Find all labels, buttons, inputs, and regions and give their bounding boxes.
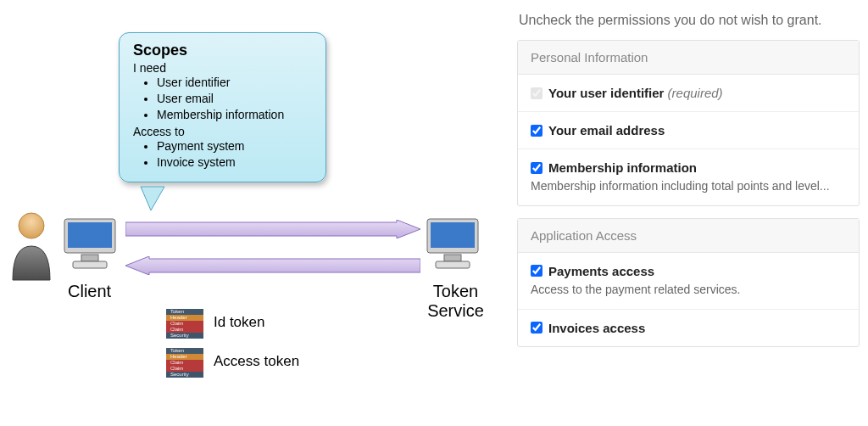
svg-rect-8: [444, 255, 461, 261]
user-icon: [8, 207, 54, 282]
svg-marker-11: [125, 256, 420, 275]
oauth-scope-diagram: Scopes I need User identifier User email…: [0, 0, 496, 426]
response-arrow-icon: [125, 256, 420, 275]
permission-label: Your email address: [548, 123, 665, 137]
permission-checkbox-email[interactable]: [531, 125, 542, 137]
callout-title: Scopes: [133, 42, 312, 59]
callout-access-label: Access to: [133, 125, 312, 138]
id-token-label: Id token: [214, 314, 265, 331]
permission-label: Invoices access: [548, 321, 645, 335]
permissions-panel: Uncheck the permissions you do not wish …: [517, 0, 860, 359]
permission-item: Your user identifier (required): [518, 75, 859, 112]
group-title: Application Access: [518, 219, 859, 253]
request-arrow-icon: [125, 220, 420, 238]
permission-checkbox-user-identifier: [531, 87, 542, 99]
access-token-icon: Token Header Claim Claim Security: [166, 348, 203, 377]
permission-checkbox-payments[interactable]: [531, 265, 542, 277]
permission-label: Payments access: [548, 264, 654, 278]
callout-access-item: Invoice system: [157, 154, 312, 171]
svg-rect-9: [436, 261, 470, 268]
svg-rect-5: [73, 261, 107, 268]
callout-need-item: User email: [157, 91, 312, 107]
svg-rect-7: [431, 222, 475, 248]
scopes-callout: Scopes I need User identifier User email…: [119, 32, 326, 182]
svg-rect-4: [81, 255, 98, 261]
client-label: Client: [68, 282, 111, 301]
svg-marker-10: [125, 220, 420, 238]
client-computer-icon: [61, 217, 119, 272]
permission-checkbox-invoices[interactable]: [531, 322, 542, 334]
permission-item: Your email address: [518, 112, 859, 149]
id-token-icon: Token Header Claim Claim Security: [166, 309, 203, 338]
token-service-label: Token Service: [424, 282, 487, 321]
callout-need-label: I need: [133, 61, 312, 75]
callout-access-list: Payment system Invoice system: [157, 138, 312, 171]
svg-marker-0: [141, 187, 164, 210]
access-token-label: Access token: [214, 353, 299, 370]
permission-checkbox-membership[interactable]: [531, 162, 542, 174]
permission-description: Access to the payment related services.: [531, 282, 846, 298]
permission-required: (required): [664, 86, 722, 100]
permission-label: Membership information: [548, 160, 697, 175]
callout-need-list: User identifier User email Membership in…: [157, 75, 312, 123]
permission-group-personal: Personal Information Your user identifie…: [517, 40, 860, 206]
svg-point-1: [19, 213, 44, 238]
callout-access-item: Payment system: [157, 138, 312, 154]
token-service-computer-icon: [424, 217, 481, 272]
permission-item: Payments access Access to the payment re…: [518, 253, 859, 310]
group-title: Personal Information: [518, 41, 859, 75]
svg-rect-3: [68, 222, 112, 248]
permission-item: Membership information Membership inform…: [518, 149, 859, 205]
callout-need-item: User identifier: [157, 75, 312, 91]
permission-group-application: Application Access Payments access Acces…: [517, 218, 860, 347]
permissions-instruction: Uncheck the permissions you do not wish …: [519, 13, 860, 28]
permission-item: Invoices access: [518, 310, 859, 346]
callout-need-item: Membership information: [157, 107, 312, 123]
permission-description: Membership information including total p…: [531, 178, 846, 194]
permission-label: Your user identifier: [548, 86, 664, 100]
